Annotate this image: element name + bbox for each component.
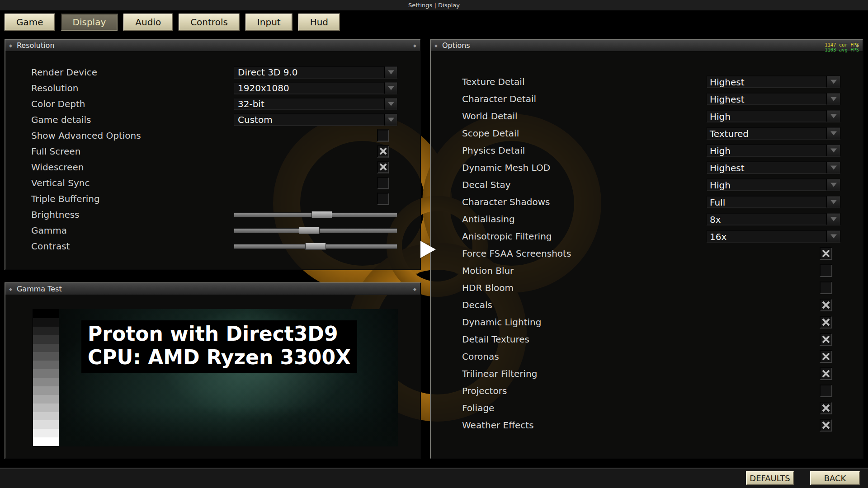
dropdown-decal-stay[interactable]: High <box>707 179 840 191</box>
slider-handle[interactable] <box>299 227 320 234</box>
settings-row-physics-detail: Physics DetailHigh <box>431 142 863 159</box>
chevron-down-icon <box>830 80 837 84</box>
gray-step <box>33 361 59 369</box>
chevron-down-icon <box>830 217 837 221</box>
setting-label: Foliage <box>462 403 494 413</box>
setting-label: World Detail <box>462 111 518 122</box>
settings-row-game-details: Game detailsCustom <box>5 112 420 127</box>
chevron-down-icon <box>388 86 394 90</box>
dropdown-arrow-button[interactable] <box>384 114 397 125</box>
checkbox-foliage[interactable] <box>820 402 832 414</box>
dropdown-character-detail[interactable]: Highest <box>707 93 840 105</box>
dropdown-anisotropic-filtering[interactable]: 16x <box>707 230 840 243</box>
defaults-button[interactable]: DEFAULTS <box>746 471 794 485</box>
dropdown-arrow-button[interactable] <box>826 197 840 208</box>
settings-row-gamma: Gamma <box>5 222 420 238</box>
settings-row-scope-detail: Scope DetailTextured <box>431 125 863 142</box>
checkbox-coronas[interactable] <box>820 350 832 363</box>
scene-floor-shade <box>59 406 398 446</box>
dropdown-physics-detail[interactable]: High <box>707 145 840 157</box>
dropdown-character-shadows[interactable]: Full <box>707 196 840 208</box>
slider-brightness <box>234 211 397 218</box>
gamma-panel-titlebar: ◆ Gamma Test ◆ <box>5 283 420 295</box>
setting-label: Full Screen <box>31 146 80 157</box>
settings-row-force-fsaa-screenshots: Force FSAA Screenshots <box>431 245 863 262</box>
setting-label: Texture Detail <box>462 76 525 87</box>
back-button[interactable]: BACK <box>810 471 860 485</box>
settings-screen: Settings | Display GameDisplayAudioContr… <box>0 0 868 488</box>
setting-label: Dynamic Lighting <box>462 317 541 328</box>
slider-handle[interactable] <box>311 211 332 218</box>
setting-label: Color Depth <box>31 99 85 109</box>
slider-gamma <box>234 227 397 234</box>
dropdown-color-depth[interactable]: 32-bit <box>234 98 397 110</box>
checkbox-trilinear-filtering[interactable] <box>820 367 832 380</box>
dropdown-arrow-button[interactable] <box>826 214 840 225</box>
dropdown-arrow-button[interactable] <box>826 162 840 174</box>
checkbox-dynamic-lighting[interactable] <box>820 316 832 328</box>
checkbox-widescreen[interactable] <box>377 161 389 173</box>
mouse-cursor <box>420 241 436 258</box>
checkbox-vertical-sync[interactable] <box>377 177 389 189</box>
checkbox-detail-textures[interactable] <box>820 333 832 346</box>
slider-handle[interactable] <box>305 243 326 250</box>
tab-display[interactable]: Display <box>61 14 118 31</box>
tab-audio[interactable]: Audio <box>123 14 173 31</box>
tab-hud[interactable]: Hud <box>298 14 340 31</box>
settings-row-dynamic-mesh-lod: Dynamic Mesh LODHighest <box>431 159 863 176</box>
dropdown-texture-detail[interactable]: Highest <box>707 76 840 88</box>
settings-row-character-shadows: Character ShadowsFull <box>431 193 863 211</box>
gray-step <box>33 318 59 327</box>
setting-label: Brightness <box>31 209 80 220</box>
dropdown-antialiasing[interactable]: 8x <box>707 213 840 225</box>
settings-row-brightness: Brightness <box>5 206 420 222</box>
gamma-grayscale-strip <box>33 309 59 446</box>
checkbox-show-advanced-options[interactable] <box>377 129 389 141</box>
dropdown-arrow-button[interactable] <box>826 145 840 156</box>
dropdown-scope-detail[interactable]: Textured <box>707 127 840 140</box>
setting-label: Widescreen <box>31 162 84 173</box>
options-rows: Texture DetailHighestCharacter DetailHig… <box>431 52 863 458</box>
dropdown-arrow-button[interactable] <box>826 128 840 139</box>
setting-label: Vertical Sync <box>31 178 90 188</box>
dropdown-dynamic-mesh-lod[interactable]: Highest <box>707 162 840 174</box>
dropdown-render-device[interactable]: Direct 3D 9.0 <box>234 66 397 78</box>
setting-label: Scope Detail <box>462 128 519 139</box>
checkbox-weather-effects[interactable] <box>820 419 832 432</box>
checkbox-full-screen[interactable] <box>377 145 389 157</box>
setting-label: Resolution <box>31 83 79 94</box>
dropdown-resolution[interactable]: 868x488 <box>234 82 397 94</box>
resolution-rows: Render DeviceDirect 3D 9.0Resolution1920… <box>5 52 420 269</box>
checkbox-decals[interactable] <box>820 299 832 311</box>
dropdown-game-details[interactable]: Custom <box>234 113 397 126</box>
dropdown-world-detail[interactable]: High <box>707 110 840 122</box>
dropdown-arrow-button[interactable] <box>826 76 840 88</box>
chevron-down-icon <box>830 97 837 101</box>
dropdown-arrow-button[interactable] <box>826 94 840 105</box>
dropdown-arrow-button[interactable] <box>826 179 840 191</box>
checkbox-triple-buffering[interactable] <box>377 192 389 205</box>
dropdown-value: 8x <box>707 214 826 225</box>
settings-row-hdr-bloom: HDR Bloom <box>431 279 863 296</box>
fps-average: 1103 avg FPS <box>825 47 859 52</box>
options-panel-titlebar: ◆ Options ◆ <box>431 40 863 52</box>
tab-game[interactable]: Game <box>5 14 55 31</box>
checkbox-hdr-bloom[interactable] <box>820 282 832 294</box>
setting-label: Motion Blur <box>462 265 514 276</box>
dropdown-value: Highest <box>707 94 826 105</box>
gray-step <box>33 412 59 421</box>
tab-controls[interactable]: Controls <box>179 14 240 31</box>
dropdown-arrow-button[interactable] <box>384 66 397 78</box>
dropdown-arrow-button[interactable] <box>826 231 840 242</box>
checkbox-projectors[interactable] <box>820 385 832 397</box>
chevron-down-icon <box>830 166 837 170</box>
dropdown-arrow-button[interactable] <box>384 98 397 109</box>
dropdown-arrow-button[interactable] <box>384 82 397 94</box>
setting-label: Weather Effects <box>462 420 534 431</box>
checkbox-force-fsaa-screenshots[interactable] <box>820 247 832 260</box>
dropdown-arrow-button[interactable] <box>826 111 840 122</box>
tab-input[interactable]: Input <box>245 14 292 31</box>
dropdown-value: Custom <box>234 114 384 125</box>
checkbox-motion-blur[interactable] <box>820 264 832 277</box>
gamma-test-panel: ◆ Gamma Test ◆ Proton with Direct3D9 CPU… <box>5 282 421 459</box>
